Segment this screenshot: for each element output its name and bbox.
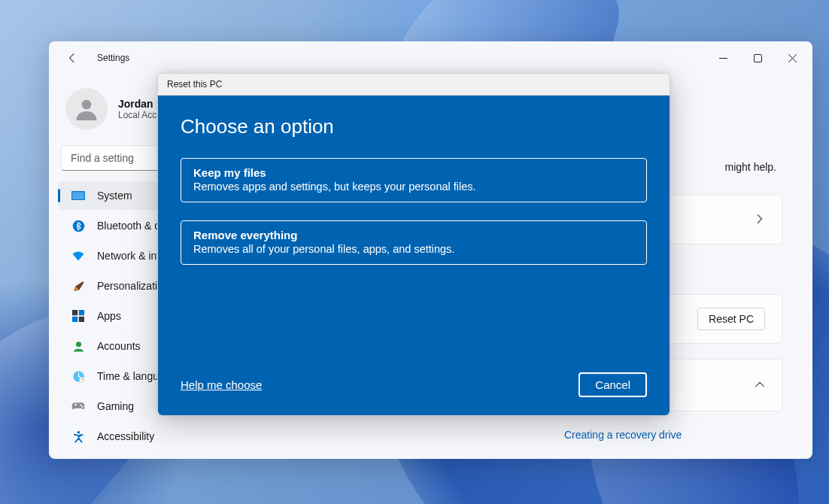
system-icon (71, 189, 85, 202)
option-remove-everything[interactable]: Remove everything Removes all of your pe… (181, 220, 647, 265)
recovery-drive-link[interactable]: Creating a recovery drive (564, 429, 682, 441)
chevron-up-icon (755, 379, 765, 392)
svg-rect-6 (79, 310, 84, 315)
window-title: Settings (97, 53, 129, 63)
option-desc: Removes all of your personal files, apps… (193, 243, 634, 255)
svg-rect-3 (72, 192, 84, 199)
dialog-heading: Choose an option (181, 115, 647, 138)
svg-rect-8 (79, 317, 84, 322)
cancel-button[interactable]: Cancel (578, 372, 647, 397)
apps-icon (71, 309, 85, 323)
back-button[interactable] (65, 51, 79, 65)
nav-label: Apps (97, 310, 121, 322)
option-desc: Removes apps and settings, but keeps you… (193, 181, 634, 193)
bluetooth-icon (71, 219, 85, 232)
nav-label: Accessibility (97, 430, 154, 442)
option-keep-my-files[interactable]: Keep my files Removes apps and settings,… (181, 158, 647, 202)
dialog-body: Choose an option Keep my files Removes a… (158, 96, 670, 415)
svg-point-13 (81, 406, 83, 408)
minimize-button[interactable] (706, 46, 740, 70)
svg-point-14 (77, 431, 80, 434)
svg-point-9 (75, 342, 80, 347)
accessibility-icon (71, 430, 85, 443)
svg-point-1 (82, 100, 92, 110)
chevron-right-icon (755, 214, 765, 226)
nav-label: Gaming (97, 400, 134, 412)
option-title: Keep my files (193, 166, 634, 179)
help-me-choose-link[interactable]: Help me choose (181, 378, 262, 391)
gaming-icon (71, 399, 85, 413)
svg-rect-0 (754, 54, 761, 62)
nav-accessibility[interactable]: Accessibility (58, 422, 271, 451)
option-title: Remove everything (193, 229, 634, 241)
dialog-footer: Help me choose Cancel (181, 372, 647, 397)
maximize-button[interactable] (740, 46, 775, 70)
time-icon (71, 369, 85, 383)
svg-rect-7 (72, 317, 77, 322)
search-placeholder: Find a setting (71, 152, 134, 164)
personalization-icon (71, 279, 85, 293)
close-button[interactable] (775, 46, 809, 70)
svg-point-12 (80, 405, 81, 406)
hint-text: might help. (725, 161, 776, 173)
nav-label: Accounts (97, 340, 141, 352)
accounts-icon (71, 339, 85, 353)
titlebar: Settings (49, 41, 812, 74)
reset-pc-dialog: Reset this PC Choose an option Keep my f… (157, 73, 670, 416)
reset-pc-button[interactable]: Reset PC (697, 308, 765, 330)
dialog-titlebar: Reset this PC (158, 74, 670, 96)
network-icon (71, 249, 85, 263)
svg-rect-5 (72, 310, 77, 315)
avatar (65, 88, 108, 130)
window-controls (706, 46, 809, 70)
nav-label: System (97, 190, 132, 202)
